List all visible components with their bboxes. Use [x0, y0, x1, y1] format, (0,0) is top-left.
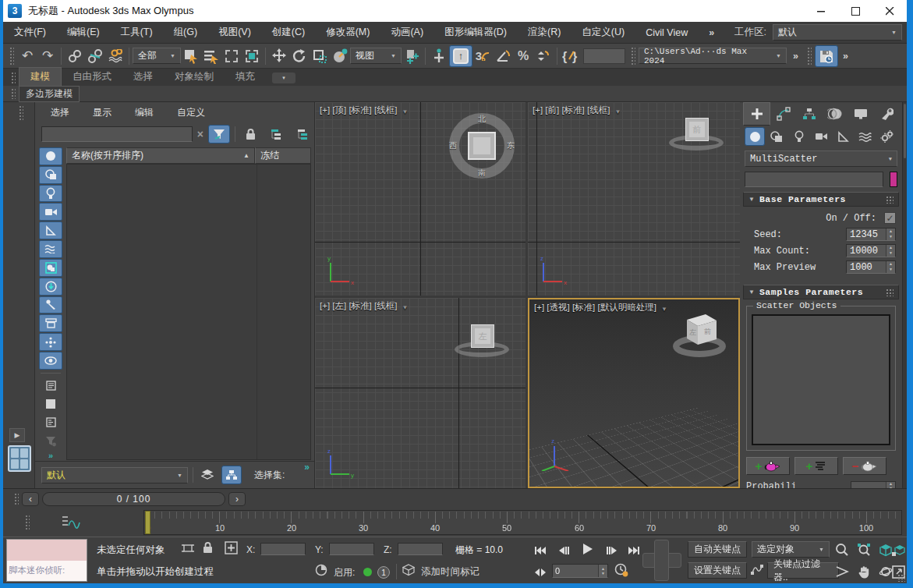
max-count-field[interactable]: 10000	[846, 244, 896, 257]
reference-coordinate-dropdown[interactable]: 视图	[350, 48, 402, 64]
onoff-checkbox[interactable]	[884, 212, 896, 224]
x-coordinate-field[interactable]	[260, 543, 306, 555]
explorer-search-input[interactable]	[41, 126, 193, 142]
tab-hierarchy[interactable]	[796, 102, 822, 126]
frame-counter[interactable]: 0 / 100	[42, 492, 225, 506]
viewcube-left[interactable]: 左	[452, 321, 513, 365]
ribbon-tab-selection[interactable]: 选择	[122, 68, 164, 86]
category-helpers[interactable]	[833, 127, 853, 146]
expand-hierarchy-icon[interactable]	[266, 125, 288, 143]
viewcube-perspective[interactable]: 左 前	[670, 307, 729, 360]
explorer-menu-display[interactable]: 显示	[93, 106, 111, 119]
menu-edit[interactable]: 编辑(E)	[67, 26, 100, 39]
object-color-swatch[interactable]	[890, 172, 897, 187]
object-name-input[interactable]	[745, 172, 883, 187]
select-by-name-icon[interactable]	[201, 46, 221, 66]
zoom-icon[interactable]	[833, 540, 851, 559]
layer-explorer-icon[interactable]	[198, 466, 217, 484]
display-geometry-toggle[interactable]	[39, 147, 62, 165]
tab-display[interactable]	[848, 102, 873, 126]
tab-modify[interactable]	[770, 102, 796, 126]
tab-create[interactable]	[743, 102, 770, 126]
seed-spinner[interactable]	[886, 228, 895, 240]
select-and-move-icon[interactable]	[269, 46, 289, 66]
rectangular-selection-region-icon[interactable]	[221, 46, 242, 66]
lock-explorer-icon[interactable]	[240, 125, 262, 143]
toolbar-grip[interactable]	[807, 47, 812, 66]
display-none-button[interactable]	[39, 395, 62, 413]
ribbon-tab-populate[interactable]: 填充	[225, 68, 266, 86]
workspace-dropdown[interactable]: 默认	[773, 24, 902, 41]
previous-frame-range-button[interactable]: ‹	[22, 492, 39, 506]
select-object-icon[interactable]	[181, 46, 201, 66]
window-crossing-toggle-icon[interactable]	[242, 46, 262, 66]
zoom-all-icon[interactable]	[855, 540, 873, 559]
key-selection-mode-dropdown[interactable]: 选定对象	[752, 541, 830, 558]
named-selection-sets-icon[interactable]: {}	[561, 46, 581, 66]
key-filters-button[interactable]: 关键点过滤器..	[767, 562, 839, 579]
current-frame-field[interactable]	[552, 564, 608, 578]
next-frame-button[interactable]	[602, 541, 622, 560]
ribbon-tab-object-paint[interactable]: 对象绘制	[164, 68, 225, 86]
listener-script-pane[interactable]: 脚本迷你侦听:	[7, 561, 87, 582]
viewport-menu-icon[interactable]	[614, 106, 621, 115]
selection-lock-icon[interactable]	[203, 541, 213, 554]
ribbon-grip[interactable]	[11, 88, 16, 99]
menu-tools[interactable]: 工具(T)	[121, 26, 153, 39]
display-list-view-button[interactable]	[39, 377, 62, 395]
display-properties-button[interactable]	[39, 413, 62, 431]
remove-object-button[interactable]: −	[843, 457, 886, 475]
category-cameras[interactable]	[811, 127, 831, 146]
viewcube-front-face[interactable]: 前	[685, 118, 709, 141]
isolate-selection-icon[interactable]	[181, 542, 195, 554]
display-containers-toggle[interactable]	[39, 314, 62, 332]
polygon-modeling-panel[interactable]: 多边形建模	[19, 86, 80, 102]
menu-graph-editors[interactable]: 图形编辑器(D)	[444, 26, 507, 39]
trackbar-grip[interactable]	[25, 515, 30, 530]
play-button[interactable]	[577, 540, 599, 558]
minimize-button[interactable]	[804, 0, 838, 22]
scatter-objects-list[interactable]	[752, 314, 890, 445]
angle-snap-toggle-icon[interactable]: 3	[472, 46, 493, 66]
pan-navigation-gizmo[interactable]	[642, 540, 681, 581]
menu-animation[interactable]: 动画(A)	[391, 26, 423, 39]
z-input[interactable]	[398, 544, 442, 554]
category-shapes[interactable]	[766, 127, 787, 146]
expand-strip-button[interactable]: ▶	[9, 428, 25, 442]
transform-typein-mode-icon[interactable]	[225, 541, 238, 554]
viewcube-left-face[interactable]: 左	[471, 324, 494, 348]
snaps-toggle-button[interactable]: ↑	[449, 45, 472, 67]
pan-hand-icon[interactable]	[855, 562, 873, 581]
display-helpers-toggle[interactable]	[39, 221, 62, 239]
unlink-selection-icon[interactable]	[85, 46, 105, 66]
collapse-hierarchy-icon[interactable]	[292, 125, 314, 143]
max-count-spinner[interactable]	[886, 245, 895, 257]
display-bones-toggle[interactable]	[39, 296, 62, 314]
display-particles-toggle[interactable]	[39, 333, 62, 351]
window-resize-grip[interactable]	[897, 574, 905, 582]
toolbar-grip[interactable]	[631, 47, 635, 66]
toolbar-overflow-chevron[interactable]: »	[793, 51, 798, 62]
display-shapes-toggle[interactable]	[39, 166, 62, 184]
viewport-front-label[interactable]: [+] [前] [标准] [线框]	[533, 104, 610, 116]
selection-filter-dropdown[interactable]: 全部	[133, 48, 181, 64]
menu-views[interactable]: 视图(V)	[218, 26, 251, 39]
ribbon-tab-modeling[interactable]: 建模	[19, 67, 62, 86]
active-layer-dropdown[interactable]: 默认	[41, 467, 188, 484]
set-key-button[interactable]: 设置关键点	[688, 562, 747, 579]
viewcube-top[interactable]: 北 东 南 西	[449, 113, 515, 179]
explorer-menu-customize[interactable]: 自定义	[177, 106, 205, 119]
redo-button[interactable]: ↷	[37, 46, 58, 66]
x-input[interactable]	[261, 544, 305, 554]
set-keys-icon[interactable]	[750, 563, 764, 576]
display-groups-toggle[interactable]	[39, 259, 62, 277]
add-time-tag[interactable]: 添加时间标记	[421, 565, 480, 579]
add-list-button[interactable]: +	[794, 457, 838, 475]
maxscript-mini-listener[interactable]: 脚本迷你侦听:	[6, 539, 87, 582]
menu-rendering[interactable]: 渲染(R)	[528, 26, 561, 39]
viewport-left[interactable]: [+] [左] [标准] [线框] 左 zy	[315, 298, 526, 488]
time-slider-handle[interactable]	[145, 511, 150, 534]
explorer-menu-edit[interactable]: 编辑	[135, 106, 154, 119]
select-and-scale-icon[interactable]	[310, 46, 330, 66]
command-panel-scrollbar[interactable]	[902, 102, 907, 488]
